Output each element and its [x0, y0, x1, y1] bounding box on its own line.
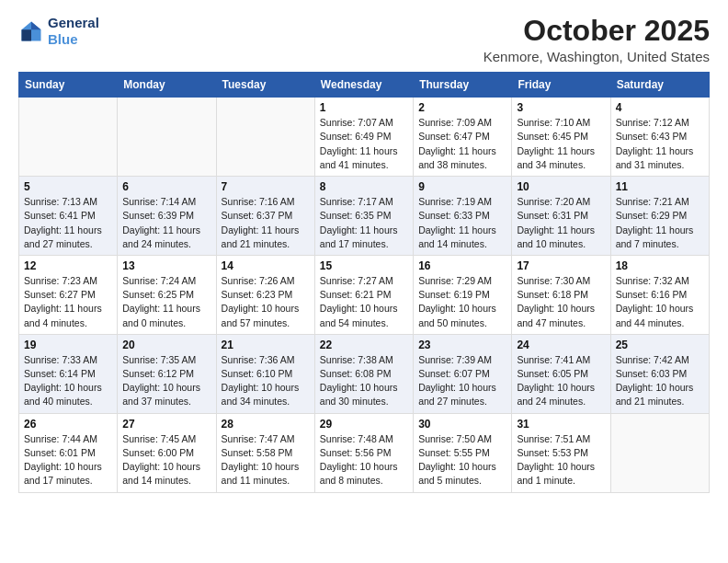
day-info: Sunrise: 7:48 AM Sunset: 5:56 PM Dayligh… — [320, 432, 408, 488]
day-info: Sunrise: 7:42 AM Sunset: 6:03 PM Dayligh… — [616, 353, 704, 409]
table-row: 7Sunrise: 7:16 AM Sunset: 6:37 PM Daylig… — [216, 177, 314, 256]
day-info: Sunrise: 7:35 AM Sunset: 6:12 PM Dayligh… — [122, 353, 210, 409]
day-number: 29 — [320, 418, 408, 431]
table-row: 5Sunrise: 7:13 AM Sunset: 6:41 PM Daylig… — [19, 177, 118, 256]
day-number: 27 — [122, 418, 210, 431]
day-info: Sunrise: 7:39 AM Sunset: 6:07 PM Dayligh… — [418, 353, 506, 409]
table-row: 24Sunrise: 7:41 AM Sunset: 6:05 PM Dayli… — [512, 334, 610, 413]
day-number: 15 — [320, 259, 408, 272]
table-row: 19Sunrise: 7:33 AM Sunset: 6:14 PM Dayli… — [19, 334, 118, 413]
day-info: Sunrise: 7:17 AM Sunset: 6:35 PM Dayligh… — [320, 195, 408, 251]
day-number: 3 — [517, 101, 605, 114]
table-row: 1Sunrise: 7:07 AM Sunset: 6:49 PM Daylig… — [314, 98, 413, 177]
table-row: 22Sunrise: 7:38 AM Sunset: 6:08 PM Dayli… — [314, 334, 413, 413]
day-number: 26 — [24, 418, 112, 431]
table-row: 12Sunrise: 7:23 AM Sunset: 6:27 PM Dayli… — [19, 255, 118, 334]
table-row: 8Sunrise: 7:17 AM Sunset: 6:35 PM Daylig… — [314, 177, 413, 256]
weekday-header-row: Sunday Monday Tuesday Wednesday Thursday… — [19, 73, 710, 98]
calendar-week-row: 5Sunrise: 7:13 AM Sunset: 6:41 PM Daylig… — [19, 177, 710, 256]
month-title: October 2025 — [483, 15, 710, 47]
day-info: Sunrise: 7:47 AM Sunset: 5:58 PM Dayligh… — [222, 432, 310, 488]
day-number: 23 — [418, 339, 506, 351]
table-row: 14Sunrise: 7:26 AM Sunset: 6:23 PM Dayli… — [216, 255, 314, 334]
table-row: 31Sunrise: 7:51 AM Sunset: 5:53 PM Dayli… — [512, 413, 610, 492]
day-number: 22 — [320, 339, 408, 351]
day-number: 28 — [222, 418, 310, 431]
day-info: Sunrise: 7:21 AM Sunset: 6:29 PM Dayligh… — [616, 195, 704, 251]
day-info: Sunrise: 7:10 AM Sunset: 6:45 PM Dayligh… — [517, 116, 605, 172]
day-number: 2 — [418, 101, 506, 114]
location-subtitle: Kenmore, Washington, United States — [483, 49, 710, 64]
header-sunday: Sunday — [19, 73, 118, 98]
day-info: Sunrise: 7:38 AM Sunset: 6:08 PM Dayligh… — [320, 353, 408, 409]
table-row: 3Sunrise: 7:10 AM Sunset: 6:45 PM Daylig… — [512, 98, 610, 177]
day-info: Sunrise: 7:20 AM Sunset: 6:31 PM Dayligh… — [517, 195, 605, 251]
day-info: Sunrise: 7:12 AM Sunset: 6:43 PM Dayligh… — [616, 116, 704, 172]
day-info: Sunrise: 7:07 AM Sunset: 6:49 PM Dayligh… — [320, 116, 408, 172]
table-row: 13Sunrise: 7:24 AM Sunset: 6:25 PM Dayli… — [118, 255, 216, 334]
day-info: Sunrise: 7:09 AM Sunset: 6:47 PM Dayligh… — [418, 116, 506, 172]
day-number: 1 — [320, 101, 408, 114]
day-number: 17 — [517, 259, 605, 272]
table-row — [216, 98, 314, 177]
day-info: Sunrise: 7:24 AM Sunset: 6:25 PM Dayligh… — [122, 274, 210, 330]
day-info: Sunrise: 7:23 AM Sunset: 6:27 PM Dayligh… — [24, 274, 112, 330]
table-row: 15Sunrise: 7:27 AM Sunset: 6:21 PM Dayli… — [314, 255, 413, 334]
day-number: 25 — [616, 339, 704, 351]
day-info: Sunrise: 7:45 AM Sunset: 6:00 PM Dayligh… — [122, 432, 210, 488]
day-number: 6 — [122, 180, 210, 193]
day-info: Sunrise: 7:16 AM Sunset: 6:37 PM Dayligh… — [222, 195, 310, 251]
day-number: 9 — [418, 180, 506, 193]
table-row: 16Sunrise: 7:29 AM Sunset: 6:19 PM Dayli… — [414, 255, 512, 334]
header-friday: Friday — [512, 73, 610, 98]
table-row: 2Sunrise: 7:09 AM Sunset: 6:47 PM Daylig… — [414, 98, 512, 177]
table-row: 21Sunrise: 7:36 AM Sunset: 6:10 PM Dayli… — [216, 334, 314, 413]
day-number: 5 — [24, 180, 112, 193]
calendar-week-row: 12Sunrise: 7:23 AM Sunset: 6:27 PM Dayli… — [19, 255, 710, 334]
table-row — [610, 413, 709, 492]
day-info: Sunrise: 7:51 AM Sunset: 5:53 PM Dayligh… — [517, 432, 605, 488]
table-row: 18Sunrise: 7:32 AM Sunset: 6:16 PM Dayli… — [610, 255, 709, 334]
page-container: General Blue October 2025 Kenmore, Washi… — [0, 0, 728, 508]
table-row: 17Sunrise: 7:30 AM Sunset: 6:18 PM Dayli… — [512, 255, 610, 334]
day-number: 11 — [616, 180, 704, 193]
day-info: Sunrise: 7:33 AM Sunset: 6:14 PM Dayligh… — [24, 353, 112, 409]
logo: General Blue — [18, 15, 99, 48]
table-row: 29Sunrise: 7:48 AM Sunset: 5:56 PM Dayli… — [314, 413, 413, 492]
calendar-week-row: 1Sunrise: 7:07 AM Sunset: 6:49 PM Daylig… — [19, 98, 710, 177]
calendar-week-row: 26Sunrise: 7:44 AM Sunset: 6:01 PM Dayli… — [19, 413, 710, 492]
day-number: 18 — [616, 259, 704, 272]
day-info: Sunrise: 7:19 AM Sunset: 6:33 PM Dayligh… — [418, 195, 506, 251]
table-row: 11Sunrise: 7:21 AM Sunset: 6:29 PM Dayli… — [610, 177, 709, 256]
table-row: 6Sunrise: 7:14 AM Sunset: 6:39 PM Daylig… — [118, 177, 216, 256]
svg-marker-2 — [22, 29, 32, 40]
title-block: October 2025 Kenmore, Washington, United… — [483, 15, 710, 64]
table-row: 10Sunrise: 7:20 AM Sunset: 6:31 PM Dayli… — [512, 177, 610, 256]
table-row: 28Sunrise: 7:47 AM Sunset: 5:58 PM Dayli… — [216, 413, 314, 492]
table-row: 25Sunrise: 7:42 AM Sunset: 6:03 PM Dayli… — [610, 334, 709, 413]
header-saturday: Saturday — [610, 73, 709, 98]
table-row: 23Sunrise: 7:39 AM Sunset: 6:07 PM Dayli… — [414, 334, 512, 413]
calendar-week-row: 19Sunrise: 7:33 AM Sunset: 6:14 PM Dayli… — [19, 334, 710, 413]
day-number: 16 — [418, 259, 506, 272]
day-info: Sunrise: 7:30 AM Sunset: 6:18 PM Dayligh… — [517, 274, 605, 330]
table-row: 20Sunrise: 7:35 AM Sunset: 6:12 PM Dayli… — [118, 334, 216, 413]
day-number: 7 — [222, 180, 310, 193]
day-info: Sunrise: 7:36 AM Sunset: 6:10 PM Dayligh… — [222, 353, 310, 409]
header-tuesday: Tuesday — [216, 73, 314, 98]
day-number: 4 — [616, 101, 704, 114]
svg-marker-1 — [31, 22, 41, 30]
day-number: 24 — [517, 339, 605, 351]
day-number: 12 — [24, 259, 112, 272]
calendar-table: Sunday Monday Tuesday Wednesday Thursday… — [18, 72, 710, 492]
header: General Blue October 2025 Kenmore, Washi… — [18, 15, 710, 64]
table-row: 4Sunrise: 7:12 AM Sunset: 6:43 PM Daylig… — [610, 98, 709, 177]
table-row — [118, 98, 216, 177]
table-row: 26Sunrise: 7:44 AM Sunset: 6:01 PM Dayli… — [19, 413, 118, 492]
day-info: Sunrise: 7:29 AM Sunset: 6:19 PM Dayligh… — [418, 274, 506, 330]
day-number: 20 — [122, 339, 210, 351]
day-info: Sunrise: 7:14 AM Sunset: 6:39 PM Dayligh… — [122, 195, 210, 251]
table-row: 9Sunrise: 7:19 AM Sunset: 6:33 PM Daylig… — [414, 177, 512, 256]
header-monday: Monday — [118, 73, 216, 98]
day-info: Sunrise: 7:41 AM Sunset: 6:05 PM Dayligh… — [517, 353, 605, 409]
